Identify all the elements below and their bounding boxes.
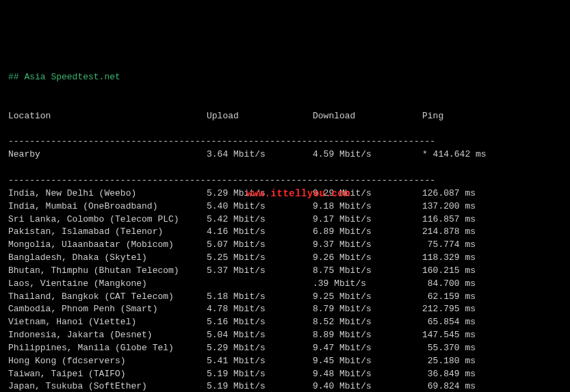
cell-location: India, Mumbai (OneBroadband) [8, 200, 207, 213]
cell-download: 9.25 Mbit/s [313, 291, 422, 304]
cell-download: 9.29 Mbit/s [313, 187, 422, 200]
cell-upload: 5.41 Mbit/s [207, 355, 313, 368]
cell-download: 6.89 Mbit/s [313, 226, 422, 239]
cell-location: Bangladesh, Dhaka (Skytel) [8, 252, 207, 265]
cell-ping: 160.215 ms [422, 265, 511, 278]
cell-location: Hong Kong (fdcservers) [8, 355, 207, 368]
nearby-download: 4.59 Mbit/s [313, 148, 422, 161]
cell-location: Bhutan, Thimphu (Bhutan Telecom) [8, 265, 207, 278]
cell-download: 9.17 Mbit/s [313, 213, 422, 226]
cell-download: 8.52 Mbit/s [313, 316, 422, 329]
cell-download: 8.89 Mbit/s [313, 329, 422, 342]
table-row: Pakistan, Islamabad (Telenor)4.16 Mbit/s… [8, 226, 562, 239]
cell-location: Cambodia, Phnom Penh (Smart) [8, 303, 207, 316]
cell-ping: 116.857 ms [422, 213, 511, 226]
table-row: Indonesia, Jakarta (Desnet)5.04 Mbit/s8.… [8, 329, 562, 342]
cell-upload: 5.04 Mbit/s [207, 329, 313, 342]
cell-ping: 214.878 ms [422, 226, 511, 239]
table-row: Sri Lanka, Colombo (Telecom PLC)5.42 Mbi… [8, 213, 562, 226]
table-row: Cambodia, Phnom Penh (Smart)4.78 Mbit/s8… [8, 303, 562, 316]
table-row: India, Mumbai (OneBroadband)5.40 Mbit/s9… [8, 200, 562, 213]
cell-ping: 84.700 ms [422, 278, 511, 291]
cell-download: 8.79 Mbit/s [313, 303, 422, 316]
cell-upload: 5.29 Mbit/s [207, 187, 313, 200]
cell-download: 9.37 Mbit/s [313, 239, 422, 252]
cell-download: 9.40 Mbit/s [313, 380, 422, 392]
cell-location: Thailand, Bangkok (CAT Telecom) [8, 291, 207, 304]
cell-ping: 118.329 ms [422, 252, 511, 265]
table-row: Philippines, Manila (Globe Tel)5.29 Mbit… [8, 342, 562, 355]
cell-location: Sri Lanka, Colombo (Telecom PLC) [8, 213, 207, 226]
cell-upload: 5.16 Mbit/s [207, 316, 313, 329]
cell-download: .39 Mbit/s [313, 278, 422, 291]
cell-upload: 5.25 Mbit/s [207, 252, 313, 265]
table-row: Mongolia, Ulaanbaatar (Mobicom)5.07 Mbit… [8, 239, 562, 252]
cell-ping: 55.370 ms [422, 342, 511, 355]
cell-location: Mongolia, Ulaanbaatar (Mobicom) [8, 239, 207, 252]
table-row: Japan, Tsukuba (SoftEther)5.19 Mbit/s9.4… [8, 380, 562, 392]
cell-upload: 5.42 Mbit/s [207, 213, 313, 226]
table-row: Vietnam, Hanoi (Viettel)5.16 Mbit/s8.52 … [8, 316, 562, 329]
divider: ----------------------------------------… [8, 136, 435, 146]
cell-upload: 5.19 Mbit/s [207, 380, 313, 392]
table-row: Bhutan, Thimphu (Bhutan Telecom)5.37 Mbi… [8, 265, 562, 278]
cell-ping: 36.849 ms [422, 368, 511, 381]
table-row: Thailand, Bangkok (CAT Telecom)5.18 Mbit… [8, 291, 562, 304]
cell-download: 9.26 Mbit/s [313, 252, 422, 265]
nearby-upload: 3.64 Mbit/s [207, 148, 313, 161]
cell-location: Indonesia, Jakarta (Desnet) [8, 329, 207, 342]
cell-upload: 5.29 Mbit/s [207, 342, 313, 355]
cell-location: Taiwan, Taipei (TAIFO) [8, 368, 207, 381]
cell-ping: 62.159 ms [422, 291, 511, 304]
cell-location: Laos, Vientaine (Mangkone) [8, 278, 207, 291]
col-location-header: Location [8, 110, 207, 123]
cell-ping: 75.774 ms [422, 239, 511, 252]
cell-location: Philippines, Manila (Globe Tel) [8, 342, 207, 355]
table-row: Laos, Vientaine (Mangkone).39 Mbit/s 84.… [8, 278, 562, 291]
header-row: LocationUploadDownloadPing [8, 110, 562, 123]
nearby-location: Nearby [8, 148, 207, 161]
cell-download: 9.47 Mbit/s [313, 342, 422, 355]
cell-upload: 5.40 Mbit/s [207, 200, 313, 213]
cell-ping: 65.854 ms [422, 316, 511, 329]
cell-location: Japan, Tsukuba (SoftEther) [8, 380, 207, 392]
table-row: India, New Delhi (Weebo)5.29 Mbit/s9.29 … [8, 187, 562, 200]
cell-download: 9.48 Mbit/s [313, 368, 422, 381]
cell-upload: 4.16 Mbit/s [207, 226, 313, 239]
cell-ping: 126.087 ms [422, 187, 511, 200]
cell-ping: 69.824 ms [422, 380, 511, 392]
cell-upload [207, 278, 313, 291]
nearby-ping: * 414.642 ms [422, 148, 511, 161]
cell-location: India, New Delhi (Weebo) [8, 187, 207, 200]
table-row: Hong Kong (fdcservers)5.41 Mbit/s9.45 Mb… [8, 355, 562, 368]
divider: ----------------------------------------… [8, 175, 435, 185]
cell-ping: 25.180 ms [422, 355, 511, 368]
table-row: Taiwan, Taipei (TAIFO)5.19 Mbit/s9.48 Mb… [8, 368, 562, 381]
cell-upload: 5.18 Mbit/s [207, 291, 313, 304]
section-title: ## Asia Speedtest.net [8, 72, 120, 82]
cell-upload: 5.37 Mbit/s [207, 265, 313, 278]
cell-location: Vietnam, Hanoi (Viettel) [8, 316, 207, 329]
cell-ping: 137.200 ms [422, 200, 511, 213]
nearby-row: Nearby3.64 Mbit/s4.59 Mbit/s* 414.642 ms [8, 148, 562, 161]
cell-location: Pakistan, Islamabad (Telenor) [8, 226, 207, 239]
cell-upload: 4.78 Mbit/s [207, 303, 313, 316]
col-ping-header: Ping [422, 110, 511, 123]
cell-upload: 5.19 Mbit/s [207, 368, 313, 381]
table-row: Bangladesh, Dhaka (Skytel)5.25 Mbit/s9.2… [8, 252, 562, 265]
cell-download: 9.45 Mbit/s [313, 355, 422, 368]
cell-ping: 212.795 ms [422, 303, 511, 316]
cell-ping: 147.545 ms [422, 329, 511, 342]
cell-download: 8.75 Mbit/s [313, 265, 422, 278]
terminal-output: { "title": "## Asia Speedtest.net", "hea… [8, 20, 562, 392]
cell-download: 9.18 Mbit/s [313, 200, 422, 213]
col-upload-header: Upload [207, 110, 313, 123]
col-download-header: Download [313, 110, 422, 123]
cell-upload: 5.07 Mbit/s [207, 239, 313, 252]
